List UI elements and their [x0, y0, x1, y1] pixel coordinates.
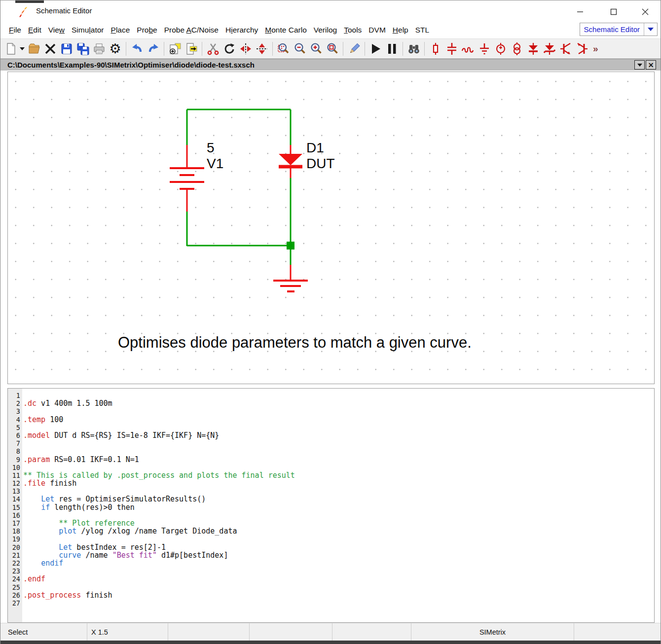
menu-item-simulator[interactable]: Simulator	[68, 26, 108, 35]
code-line: 26.post_process finish	[8, 591, 654, 599]
ground-symbol	[273, 265, 308, 291]
pause-icon	[386, 42, 399, 55]
tab-close-button[interactable]: ✕	[646, 60, 656, 70]
toolbar: ⚙	[0, 38, 661, 59]
print-icon	[93, 42, 106, 55]
new-document-icon	[4, 42, 17, 55]
place-diode-button[interactable]	[525, 40, 541, 57]
menu-item-help[interactable]: Help	[389, 26, 412, 35]
place-resistor-button[interactable]	[427, 40, 443, 57]
menu-item-probe-ac-noise[interactable]: Probe AC/Noise	[161, 26, 222, 35]
zoom-out-button[interactable]	[292, 40, 308, 57]
code-lines: 12.dc v1 400m 1.5 100m34.temp 10056.mode…	[8, 392, 654, 607]
chevron-down-icon	[637, 64, 642, 67]
pause-simulation-button[interactable]	[384, 40, 400, 57]
place-zener-diode-button[interactable]	[541, 40, 557, 57]
status-empty-2	[250, 623, 332, 641]
undo-icon	[131, 42, 144, 55]
schematic-canvas[interactable]: 5 V1 D1 DUT Optimises diode parameters t…	[7, 72, 655, 384]
menu-item-stl[interactable]: STL	[412, 26, 433, 35]
close-button[interactable]	[634, 4, 657, 19]
menu-item-monte-carlo[interactable]: Monte Carlo	[261, 26, 310, 35]
code-line: 27	[8, 599, 654, 607]
place-ground-button[interactable]	[476, 40, 492, 57]
line-number: 12	[8, 479, 23, 487]
close-sheet-button[interactable]	[42, 40, 58, 57]
new-schematic-button[interactable]	[2, 40, 19, 57]
netlist-editor[interactable]: 12.dc v1 400m 1.5 100m34.temp 10056.mode…	[7, 388, 655, 623]
v1-value-label: 5	[207, 141, 215, 155]
edit-pencil-button[interactable]	[346, 40, 362, 57]
flip-vertical-button[interactable]	[254, 40, 270, 57]
current-source-icon	[511, 42, 523, 55]
zoom-area-button[interactable]	[324, 40, 340, 57]
line-number: 23	[8, 567, 23, 575]
menu-item-verilog[interactable]: Verilog	[310, 26, 340, 35]
code-line: 25	[8, 583, 654, 591]
place-npn-transistor-button[interactable]	[557, 40, 574, 57]
print-button[interactable]	[91, 40, 107, 57]
place-voltage-source-button[interactable]	[492, 40, 509, 57]
place-pnp-transistor-button[interactable]	[574, 40, 590, 57]
status-app: SIMetrix	[411, 623, 574, 641]
menu-item-hierarchy[interactable]: Hierarchy	[222, 26, 261, 35]
line-number: 19	[8, 535, 23, 543]
settings-button[interactable]: ⚙	[107, 40, 123, 57]
line-number: 11	[8, 471, 23, 479]
open-button[interactable]	[26, 40, 42, 57]
line-number: 26	[8, 591, 23, 599]
menu-item-place[interactable]: Place	[108, 26, 134, 35]
save-button[interactable]	[58, 40, 74, 57]
code-line: 2.dc v1 400m 1.5 100m	[8, 399, 654, 407]
menu-bar: FileEditViewSimulatorPlaceProbeProbe AC/…	[0, 22, 661, 38]
undo-button[interactable]	[129, 40, 145, 57]
code-line: 20 Let bestIndex = res[2]-1	[8, 543, 654, 551]
status-empty-3	[332, 623, 411, 641]
copy-add-button[interactable]	[167, 40, 183, 57]
code-line: 24.endf	[8, 575, 654, 583]
paste-into-button[interactable]	[183, 40, 199, 57]
line-number: 16	[8, 511, 23, 519]
maximize-button[interactable]	[602, 4, 625, 19]
new-dropdown-button[interactable]	[19, 40, 26, 57]
menu-item-view[interactable]: View	[45, 26, 68, 35]
menu-item-probe[interactable]: Probe	[133, 26, 160, 35]
zoom-selection-button[interactable]	[275, 40, 292, 57]
code-line: 13	[8, 487, 654, 495]
find-button[interactable]	[405, 40, 422, 57]
menu-item-dvm[interactable]: DVM	[365, 26, 389, 35]
status-scale: X 1.5	[87, 623, 168, 641]
menu-item-file[interactable]: File	[5, 26, 25, 35]
minimize-button[interactable]	[569, 4, 591, 19]
toolbar-overflow-button[interactable]: »	[593, 43, 598, 54]
zoom-in-icon	[310, 42, 323, 55]
cut-button[interactable]	[205, 40, 221, 57]
play-icon	[369, 42, 382, 55]
code-line: 9.param RS=0.01 IKF=0.1 N=1	[8, 456, 654, 464]
mode-selector-label: Schematic Editor	[580, 25, 644, 34]
menu-item-edit[interactable]: Edit	[25, 26, 45, 35]
zoom-in-button[interactable]	[308, 40, 324, 57]
status-empty-1	[168, 623, 250, 641]
place-current-source-button[interactable]	[509, 40, 525, 57]
line-number: 20	[8, 543, 23, 551]
code-line: 12.file finish	[8, 479, 654, 487]
menu-item-tools[interactable]: Tools	[340, 26, 365, 35]
tab-list-button[interactable]	[634, 60, 645, 70]
npn-transistor-icon	[559, 42, 572, 55]
place-capacitor-button[interactable]	[443, 40, 460, 57]
line-number: 15	[8, 503, 23, 511]
save-all-button[interactable]	[74, 40, 91, 57]
place-inductor-button[interactable]	[460, 40, 476, 57]
run-simulation-button[interactable]	[367, 40, 384, 57]
d1-model-label: DUT	[306, 157, 335, 171]
redo-button[interactable]	[145, 40, 161, 57]
code-line: 5	[8, 424, 654, 431]
flip-horizontal-button[interactable]	[237, 40, 254, 57]
line-number: 24	[8, 575, 23, 583]
rotate-button[interactable]	[221, 40, 237, 57]
code-line: 15 if length(res)>0 then	[8, 503, 654, 511]
scissors-icon	[207, 42, 220, 55]
status-empty-4	[574, 623, 661, 641]
mode-selector-combo[interactable]: Schematic Editor	[580, 23, 658, 36]
